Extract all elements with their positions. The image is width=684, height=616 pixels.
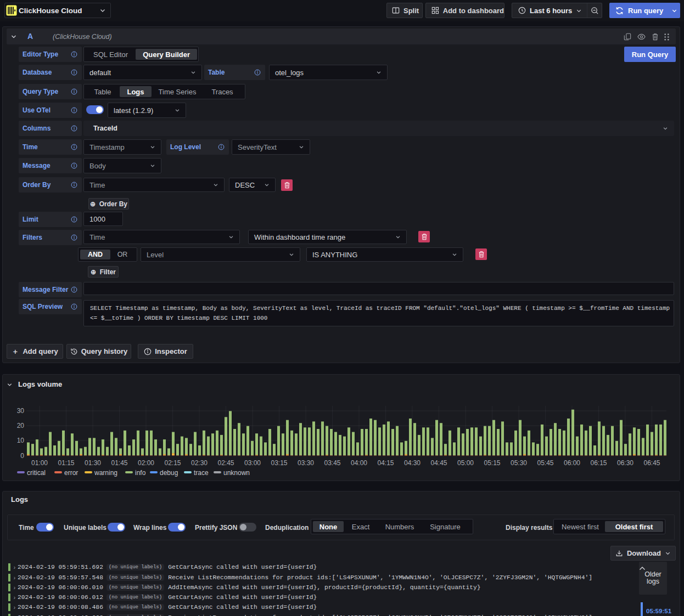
svg-text:05:45: 05:45 (537, 459, 553, 467)
svg-text:02:15: 02:15 (164, 459, 181, 467)
svg-text:02:00: 02:00 (138, 459, 154, 467)
svg-text:warning: warning (94, 469, 117, 477)
svg-text:02:30: 02:30 (191, 459, 208, 467)
svg-text:04:45: 04:45 (430, 459, 447, 467)
svg-text:05:30: 05:30 (511, 459, 527, 467)
svg-text:06:15: 06:15 (590, 459, 607, 467)
svg-text:error: error (64, 469, 78, 477)
svg-text:trace: trace (194, 469, 209, 477)
svg-text:04:30: 04:30 (404, 459, 421, 467)
svg-text:10: 10 (17, 437, 25, 444)
svg-text:05:15: 05:15 (484, 459, 500, 467)
svg-text:03:15: 03:15 (271, 459, 287, 467)
svg-text:01:00: 01:00 (31, 459, 48, 467)
svg-text:critical: critical (27, 469, 46, 477)
svg-text:0: 0 (20, 452, 24, 460)
svg-text:04:15: 04:15 (377, 459, 394, 467)
svg-text:unknown: unknown (223, 469, 250, 477)
svg-text:06:45: 06:45 (643, 459, 660, 467)
svg-text:20: 20 (17, 422, 25, 429)
svg-text:01:15: 01:15 (58, 459, 74, 467)
svg-text:01:45: 01:45 (111, 459, 127, 467)
svg-text:01:30: 01:30 (85, 459, 101, 467)
svg-text:06:30: 06:30 (617, 459, 633, 467)
svg-text:04:00: 04:00 (351, 459, 367, 467)
svg-text:03:45: 03:45 (324, 459, 340, 467)
svg-text:05:00: 05:00 (457, 459, 474, 467)
svg-text:02:45: 02:45 (217, 459, 234, 467)
svg-text:03:00: 03:00 (244, 459, 261, 467)
svg-text:info: info (135, 469, 146, 477)
svg-text:06:00: 06:00 (564, 459, 580, 467)
svg-text:debug: debug (160, 469, 178, 477)
svg-text:30: 30 (17, 407, 25, 415)
svg-text:03:30: 03:30 (298, 459, 314, 467)
